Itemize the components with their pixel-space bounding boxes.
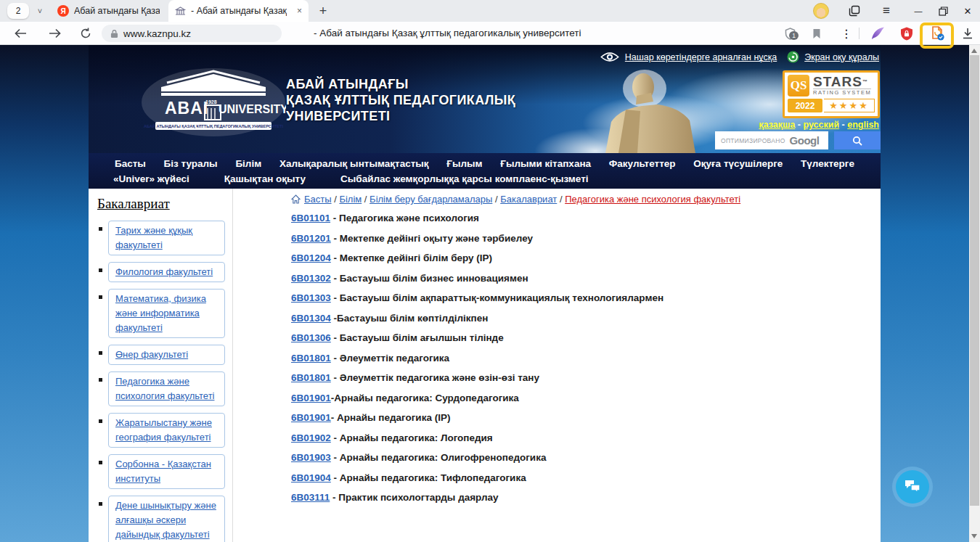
bookmark-flag-icon[interactable]: [806, 24, 828, 43]
window-restore-button[interactable]: [931, 0, 955, 22]
back-button[interactable]: [10, 25, 30, 42]
browser-menu-icon[interactable]: ≡: [874, 0, 899, 22]
window-minimize-button[interactable]: —: [906, 0, 931, 22]
language-link[interactable]: қазақша -: [759, 120, 803, 130]
program-title: Арнайы педагогика: Сурдопедагогика: [334, 393, 519, 403]
faculty-link-box[interactable]: Педагогика және психология факультеті: [108, 371, 225, 406]
program-code-link[interactable]: 6B01101: [291, 213, 330, 223]
adblock-shield-icon[interactable]: [896, 24, 918, 43]
sidebar-faculty-item: Жаратылыстану және география факультеті: [96, 413, 225, 448]
forward-button[interactable]: [44, 25, 65, 42]
faculty-link-box[interactable]: Тарих және құқық факультеті: [108, 221, 225, 255]
university-favicon: [175, 7, 186, 15]
window-close-button[interactable]: ✕: [955, 0, 980, 22]
program-code-link[interactable]: 6B01903: [291, 452, 331, 463]
faculty-link-box[interactable]: Математика, физика және информатика факу…: [108, 289, 225, 338]
nav-item[interactable]: Оқуға түсушілерге: [693, 158, 783, 169]
program-code-link[interactable]: 6B01306: [291, 332, 331, 343]
program-row: 6B01901- Арнайы педагогика (IP): [291, 412, 881, 424]
new-tab-button[interactable]: +: [314, 1, 332, 20]
nav-item[interactable]: Ғылыми кітапхана: [500, 158, 591, 169]
tab-list-chevron-icon[interactable]: ˅: [32, 3, 48, 19]
program-title: Әлеуметтік педагогика: [340, 353, 449, 364]
university-logo[interactable]: ABAI UNIVERSITY 1928 АБАЙ АТЫНДАҒЫ ҚАЗАҚ…: [141, 67, 286, 137]
bullet-icon: [99, 461, 102, 464]
breadcrumb-current: Педагогика және психология факультеті: [565, 194, 740, 205]
breadcrumb-link[interactable]: Басты: [304, 194, 332, 205]
tab-close-icon[interactable]: ×: [297, 6, 302, 16]
program-row: 6B01201 - Мектепке дейінгі оқыту және тә…: [291, 233, 881, 245]
lock-icon: [110, 29, 118, 38]
qs-subtitle: RATING SYSTEM: [813, 89, 871, 96]
feather-extension-icon[interactable]: [867, 24, 889, 43]
tab-groups-icon[interactable]: [842, 0, 867, 22]
program-code-link[interactable]: 6B01801: [291, 353, 331, 364]
screen-reader-link[interactable]: Экран оқу құралы: [787, 51, 879, 63]
page-viewport: ABAI UNIVERSITY 1928 АБАЙ АТЫНДАҒЫ ҚАЗАҚ…: [0, 45, 980, 542]
more-tools-icon[interactable]: ⋮: [836, 24, 857, 43]
nav-item[interactable]: «Univer» жүйесі: [113, 173, 189, 184]
sidebar-faculty-item: Тарих және құқық факультеті: [96, 221, 225, 255]
nav-item[interactable]: Сыбайлас жемқорлыққа қарсы комплаенс-қыз…: [340, 173, 588, 184]
scroll-up-arrow[interactable]: [971, 49, 977, 53]
chat-widget-button[interactable]: [896, 470, 929, 504]
breadcrumb-link[interactable]: Білім: [339, 194, 362, 205]
faculty-link-box[interactable]: Дене шынықтыру және алғашқы әскери дайын…: [108, 496, 225, 542]
nav-item[interactable]: Ғылым: [446, 158, 482, 169]
site-search-input[interactable]: ОПТИМИЗИРОВАНО Googl: [715, 131, 828, 149]
bullet-icon: [99, 419, 102, 423]
tab-inactive[interactable]: Я Абай атындағы Қазақ ұлт: [51, 0, 168, 22]
scrollbar-thumb[interactable]: [970, 55, 979, 506]
search-button[interactable]: [834, 131, 881, 149]
nav-item[interactable]: Халықаралық ынтымақтастық: [279, 158, 429, 169]
breadcrumb-link[interactable]: Бакалавриат: [500, 194, 557, 205]
program-separator: -: [331, 432, 340, 443]
tab-active[interactable]: - Абай атындағы Қазақ ×: [168, 0, 309, 22]
address-bar[interactable]: www.kaznpu.kz: [102, 25, 282, 42]
nav-item[interactable]: Білім: [235, 158, 261, 169]
program-code-link[interactable]: 6B03111: [291, 492, 330, 503]
faculty-link-box[interactable]: Сорбонна - Қазақстан институты: [108, 454, 225, 489]
program-code-link[interactable]: 6B01302: [291, 273, 331, 284]
faculty-link-box[interactable]: Өнер факультеті: [108, 345, 225, 365]
nav-item[interactable]: Басты: [115, 158, 146, 169]
nav-item[interactable]: Түлектерге: [801, 158, 854, 169]
profile-avatar[interactable]: [813, 3, 829, 19]
abai-statue-image: [597, 70, 735, 153]
breadcrumb-link[interactable]: Білім беру бағдарламалары: [369, 194, 492, 205]
protect-shield-icon[interactable]: 1: [779, 24, 801, 43]
program-code-link[interactable]: 6B01901: [291, 393, 331, 403]
program-code-link[interactable]: 6B01204: [291, 252, 331, 263]
logo-year: 1928: [205, 99, 217, 104]
program-code-link[interactable]: 6B01904: [291, 472, 331, 483]
program-code-link[interactable]: 6B01201: [291, 233, 331, 244]
faculty-link-box[interactable]: Жаратылыстану және география факультеті: [108, 413, 225, 448]
qs-stars-badge[interactable]: QS STARS™ RATING SYSTEM 2022 ★★★★: [783, 70, 880, 118]
main-content: Басты / Білім / Білім беру бағдарламалар…: [233, 189, 881, 542]
program-code-link[interactable]: 6B01901: [291, 412, 331, 423]
home-icon[interactable]: [291, 194, 301, 204]
language-link[interactable]: русский -: [803, 120, 847, 130]
program-code-link[interactable]: 6B01902: [291, 432, 331, 443]
downloads-icon[interactable]: [957, 24, 979, 43]
highlight-annotation-box: [920, 22, 954, 49]
bullet-icon: [99, 378, 102, 382]
tab-count-button[interactable]: 2: [7, 3, 29, 19]
scroll-down-arrow[interactable]: [971, 534, 977, 538]
program-code-link[interactable]: 6B01303: [291, 292, 331, 303]
nav-item[interactable]: Біз туралы: [164, 158, 218, 169]
language-link[interactable]: english -: [847, 120, 879, 130]
faculty-link-box[interactable]: Филология факультеті: [108, 262, 225, 282]
breadcrumb: Басты / Білім / Білім беру бағдарламалар…: [291, 194, 881, 205]
screen-reader-icon: [787, 51, 799, 63]
program-separator: -: [331, 273, 340, 284]
program-code-link[interactable]: 6B01304: [291, 313, 331, 324]
program-separator: -: [331, 332, 340, 343]
nav-item[interactable]: Қашықтан оқыту: [224, 173, 306, 184]
sidebar: Бакалавриат Тарих және құқық факультеті …: [89, 189, 233, 542]
visually-impaired-link[interactable]: Нашар көретіндерге арналған нұсқа: [600, 52, 777, 62]
nav-item[interactable]: Факультеттер: [609, 158, 676, 169]
program-code-link[interactable]: 6B01801: [291, 372, 331, 383]
vertical-scrollbar[interactable]: [969, 45, 980, 542]
reload-button[interactable]: [75, 25, 96, 42]
